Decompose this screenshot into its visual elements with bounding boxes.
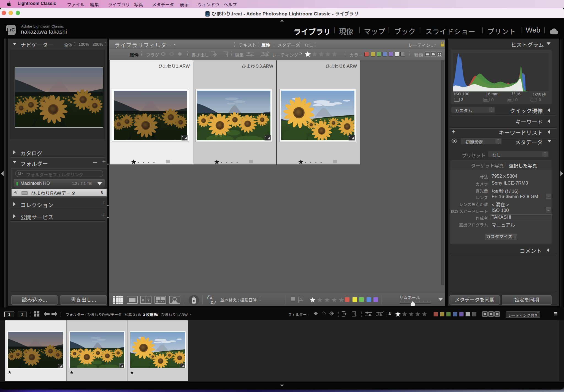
svg-text:CAT: CAT	[206, 15, 209, 16]
svg-text:X: X	[142, 298, 144, 302]
svg-text:A: A	[210, 296, 213, 300]
svg-text:Y: Y	[147, 298, 150, 302]
svg-text:Z: Z	[210, 300, 213, 304]
svg-text:LrC: LrC	[206, 12, 210, 15]
